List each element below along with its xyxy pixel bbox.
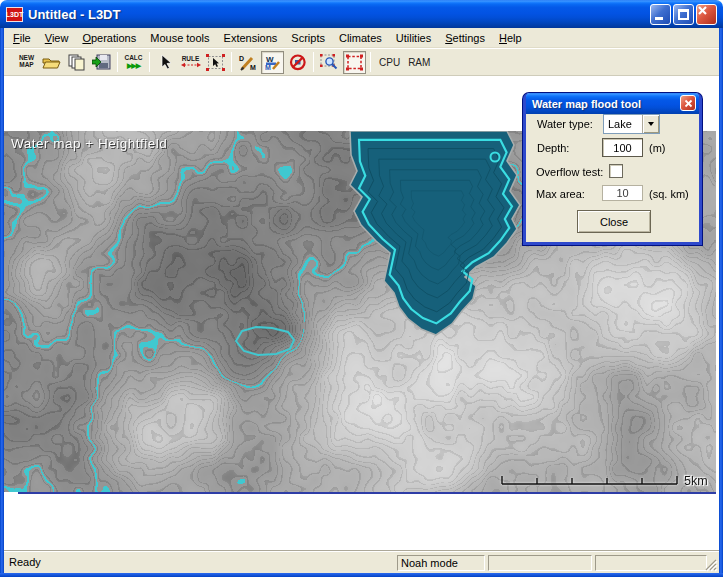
maximize-button[interactable] — [673, 4, 694, 25]
title-bar[interactable]: L3DT Untitled - L3DT — [0, 0, 723, 28]
water-flood-dialog: Water map flood tool Water type: Lake De… — [523, 93, 702, 245]
active-region-button[interactable] — [343, 51, 366, 74]
toolbar-separator — [313, 52, 314, 72]
svg-text:M: M — [265, 64, 271, 71]
toolbar-separator — [370, 52, 371, 72]
maximize-icon — [678, 9, 689, 20]
window-border — [0, 573, 723, 577]
open-button[interactable] — [40, 51, 63, 74]
dialog-close-button[interactable] — [680, 95, 696, 111]
status-panel — [595, 555, 707, 571]
status-panel — [488, 555, 592, 571]
pond-outline — [236, 327, 294, 355]
status-text: Ready — [9, 556, 41, 568]
overflow-test-label: Overflow test: — [536, 166, 603, 178]
menu-item-file[interactable]: File — [6, 30, 38, 46]
app-window: L3DT Untitled - L3DT FileViewOperationsM… — [0, 0, 723, 577]
menu-item-operations[interactable]: Operations — [75, 30, 143, 46]
max-area-unit-label: (sq. km) — [649, 188, 689, 200]
depth-field[interactable] — [602, 138, 643, 157]
scale-label: 5km — [684, 474, 708, 488]
ruler-arrow-icon — [181, 62, 201, 68]
menu-item-view[interactable]: View — [38, 30, 76, 46]
close-icon — [684, 99, 693, 108]
app-icon: L3DT — [6, 7, 23, 22]
close-button[interactable] — [696, 4, 717, 25]
design-map-pen-button[interactable]: D M — [236, 51, 259, 74]
overflow-test-checkbox[interactable] — [609, 164, 623, 178]
svg-text:M: M — [250, 64, 256, 71]
zoom-region-button[interactable] — [318, 51, 341, 74]
select-region-button[interactable] — [204, 51, 227, 74]
ram-meter-button[interactable]: RAM — [404, 57, 434, 68]
close-icon — [697, 5, 708, 16]
status-mode-panel: Noah mode — [397, 555, 485, 571]
map-overlay-label: Water map + Heightfield — [11, 136, 167, 151]
menu-item-help[interactable]: Help — [492, 30, 529, 46]
no-entry-icon — [289, 54, 307, 71]
window-title: Untitled - L3DT — [28, 7, 120, 22]
pen-wm-icon: W M — [263, 54, 282, 71]
copy-button[interactable] — [65, 51, 88, 74]
max-area-field — [602, 185, 643, 201]
menu-item-scripts[interactable]: Scripts — [284, 30, 332, 46]
minimize-icon — [655, 17, 663, 20]
dialog-close-action-button[interactable]: Close — [577, 210, 651, 233]
open-folder-icon — [42, 54, 61, 70]
map-bottom-edge — [18, 492, 716, 494]
window-border — [719, 28, 723, 573]
water-type-label: Water type: — [537, 118, 593, 130]
resize-grip[interactable] — [704, 558, 718, 572]
water-type-select[interactable]: Lake — [603, 114, 660, 134]
dialog-title-bar[interactable]: Water map flood tool — [526, 93, 699, 114]
toolbar-separator — [149, 52, 150, 72]
toolbar-separator — [117, 52, 118, 72]
water-type-value: Lake — [604, 118, 642, 130]
depth-label: Depth: — [537, 142, 569, 154]
dialog-title: Water map flood tool — [526, 98, 641, 110]
cpu-meter-button[interactable]: CPU — [375, 57, 404, 68]
status-bar: Ready Noah mode — [4, 551, 719, 573]
region-box-icon — [345, 54, 364, 71]
pen-dm-icon: D M — [238, 54, 257, 71]
toolbar: NEWMAP CALC▶▶▶ — [4, 48, 719, 76]
dropdown-button[interactable] — [642, 115, 659, 133]
cursor-icon — [160, 54, 172, 70]
save-disk-icon — [92, 54, 111, 70]
save-button[interactable] — [90, 51, 113, 74]
calc-button[interactable]: CALC▶▶▶ — [122, 51, 145, 74]
menu-item-mouse-tools[interactable]: Mouse tools — [143, 30, 216, 46]
pages-icon — [68, 54, 86, 71]
max-area-label: Max area: — [536, 188, 585, 200]
zoom-region-icon — [320, 54, 339, 71]
marquee-arrow-icon — [206, 54, 225, 71]
toolbar-separator — [231, 52, 232, 72]
menu-item-extensions[interactable]: Extensions — [217, 30, 285, 46]
scale-ticks — [498, 471, 682, 493]
menu-bar: FileViewOperationsMouse toolsExtensionsS… — [4, 28, 719, 48]
window-border — [0, 28, 4, 573]
no-edit-button[interactable] — [286, 51, 309, 74]
svg-text:D: D — [239, 55, 244, 62]
ruler-tool-button[interactable]: RULE — [179, 51, 202, 74]
minimize-button[interactable] — [650, 4, 671, 25]
menu-item-utilities[interactable]: Utilities — [389, 30, 438, 46]
cursor-tool-button[interactable] — [154, 51, 177, 74]
menu-item-settings[interactable]: Settings — [438, 30, 492, 46]
depth-unit-label: (m) — [649, 142, 666, 154]
chevron-down-icon — [648, 122, 654, 126]
new-map-button[interactable]: NEWMAP — [15, 51, 38, 74]
map-scale-bar: 5km — [498, 471, 713, 493]
menu-item-climates[interactable]: Climates — [332, 30, 389, 46]
water-map-pen-button[interactable]: W M — [261, 51, 284, 74]
